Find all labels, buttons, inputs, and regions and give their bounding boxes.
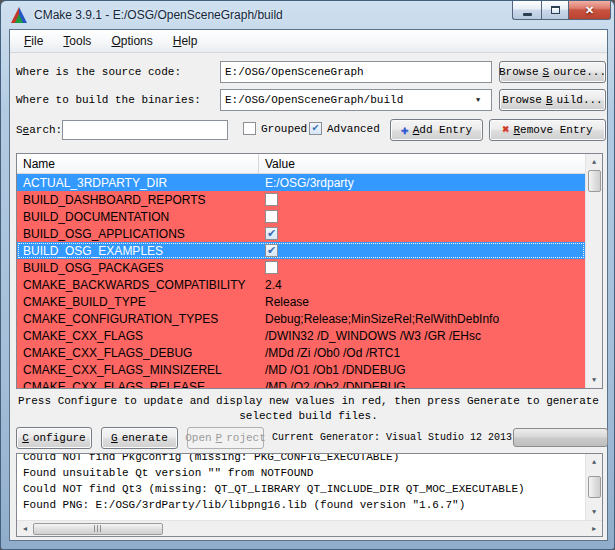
close-icon: ✕: [585, 5, 594, 16]
title-bar[interactable]: CMake 3.9.1 - E:/OSG/OpenSceneGraph/buil…: [1, 1, 614, 29]
table-header[interactable]: Name Value: [17, 154, 585, 174]
table-row[interactable]: CMAKE_CONFIGURATION_TYPESDebug;Release;M…: [17, 310, 585, 327]
table-row[interactable]: ACTUAL_3RDPARTY_DIRE:/OSG/3rdparty: [17, 174, 585, 191]
column-header-name[interactable]: Name: [17, 154, 259, 173]
maximize-icon: [551, 6, 560, 14]
log-text: Could NOT find PkgConfig (missing: PKG_C…: [17, 454, 585, 520]
search-label: Search:: [16, 124, 62, 136]
log-scroll-thumb[interactable]: [588, 476, 601, 498]
log-horizontal-scrollbar[interactable]: ◄ ►: [17, 520, 602, 536]
source-path-input[interactable]: [220, 61, 492, 83]
minimize-icon: [523, 13, 532, 16]
scroll-down-icon[interactable]: ▼: [586, 504, 602, 520]
column-header-value[interactable]: Value: [259, 154, 585, 173]
row-name: CMAKE_BUILD_TYPE: [17, 295, 259, 309]
value-checkbox[interactable]: [265, 261, 278, 274]
configure-button[interactable]: Configure: [16, 427, 92, 449]
row-name: BUILD_OSG_APPLICATIONS: [17, 227, 259, 241]
scroll-up-icon[interactable]: ▲: [586, 454, 602, 470]
value-checkbox[interactable]: [265, 193, 278, 206]
cache-table-body: ACTUAL_3RDPARTY_DIRE:/OSG/3rdpartyBUILD_…: [17, 174, 585, 388]
browse-source-button[interactable]: Browse Source...: [499, 61, 606, 83]
row-value: Release: [259, 295, 585, 309]
add-plus-icon: ✚: [401, 124, 409, 137]
cache-table: Name Value ACTUAL_3RDPARTY_DIRE:/OSG/3rd…: [16, 153, 603, 389]
table-row[interactable]: BUILD_OSG_EXAMPLES✔: [17, 242, 585, 259]
scroll-up-icon[interactable]: ▲: [586, 154, 602, 170]
log-hscroll-thumb[interactable]: [33, 523, 163, 535]
close-button[interactable]: ✕: [569, 1, 611, 20]
table-row[interactable]: CMAKE_BUILD_TYPERelease: [17, 293, 585, 310]
build-binaries-label: Where to build the binaries:: [16, 94, 201, 106]
log-line: Could NOT find Qt3 (missing: QT_QT_LIBRA…: [23, 481, 585, 497]
table-row[interactable]: BUILD_OSG_APPLICATIONS✔: [17, 225, 585, 242]
row-value: [259, 193, 585, 206]
table-scroll-thumb[interactable]: [588, 170, 601, 192]
grouped-checkbox[interactable]: [243, 122, 256, 135]
table-row[interactable]: BUILD_DOCUMENTATION: [17, 208, 585, 225]
row-name: BUILD_OSG_EXAMPLES: [17, 244, 259, 258]
scroll-down-icon[interactable]: ▼: [586, 372, 602, 388]
table-row[interactable]: CMAKE_BACKWARDS_COMPATIBILITY2.4: [17, 276, 585, 293]
maximize-button[interactable]: [541, 1, 569, 20]
row-name: CMAKE_CXX_FLAGS_RELEASE: [17, 380, 259, 389]
menu-item-options[interactable]: Options: [103, 32, 160, 50]
row-value: E:/OSG/3rdparty: [259, 176, 585, 190]
row-value: /DWIN32 /D_WINDOWS /W3 /GR /EHsc: [259, 329, 585, 343]
remove-x-icon: ✖: [502, 124, 509, 136]
row-name: CMAKE_CXX_FLAGS_MINSIZEREL: [17, 363, 259, 377]
log-vertical-scrollbar[interactable]: ▲ ▼: [585, 454, 602, 520]
row-name: CMAKE_BACKWARDS_COMPATIBILITY: [17, 278, 259, 292]
scroll-left-icon[interactable]: ◄: [17, 521, 33, 536]
table-vertical-scrollbar[interactable]: ▲ ▼: [585, 154, 602, 388]
row-name: CMAKE_CXX_FLAGS: [17, 329, 259, 343]
table-row[interactable]: CMAKE_CXX_FLAGS_RELEASE/MD /O2 /Ob2 /DND…: [17, 378, 585, 388]
table-row[interactable]: CMAKE_CXX_FLAGS_DEBUG/MDd /Zi /Ob0 /Od /…: [17, 344, 585, 361]
row-name: BUILD_DOCUMENTATION: [17, 210, 259, 224]
row-name: ACTUAL_3RDPARTY_DIR: [17, 176, 259, 190]
row-name: CMAKE_CXX_FLAGS_DEBUG: [17, 346, 259, 360]
scroll-right-icon[interactable]: ►: [586, 521, 602, 536]
current-generator-text: Current Generator: Visual Studio 12 2013: [272, 432, 512, 443]
log-line: Could NOT find PkgConfig (missing: PKG_C…: [23, 454, 585, 465]
source-code-label: Where is the source code:: [16, 66, 181, 78]
row-value: ✔: [259, 244, 585, 257]
generate-button[interactable]: Generate: [101, 427, 178, 449]
combo-dropdown-icon[interactable]: ▼: [476, 96, 480, 104]
output-log[interactable]: Could NOT find PkgConfig (missing: PKG_C…: [16, 453, 603, 537]
window-title: CMake 3.9.1 - E:/OSG/OpenSceneGraph/buil…: [34, 8, 283, 22]
row-value: [259, 261, 585, 274]
menu-item-file[interactable]: File: [16, 32, 51, 50]
add-entry-button[interactable]: ✚ Add Entry: [390, 119, 483, 141]
row-value: 2.4: [259, 278, 585, 292]
cmake-window: CMake 3.9.1 - E:/OSG/OpenSceneGraph/buil…: [0, 0, 615, 550]
search-input[interactable]: [62, 120, 228, 140]
grouped-label: Grouped: [261, 123, 307, 135]
menu-item-help[interactable]: Help: [165, 32, 206, 50]
cmake-logo-icon: [11, 7, 27, 23]
table-row[interactable]: CMAKE_CXX_FLAGS/DWIN32 /D_WINDOWS /W3 /G…: [17, 327, 585, 344]
progress-bar: [513, 428, 608, 447]
advanced-checkbox[interactable]: ✔: [309, 122, 322, 135]
value-checkbox[interactable]: ✔: [265, 227, 278, 240]
row-name: CMAKE_CONFIGURATION_TYPES: [17, 312, 259, 326]
build-path-combobox[interactable]: [220, 89, 492, 111]
table-row[interactable]: BUILD_DASHBOARD_REPORTS: [17, 191, 585, 208]
help-text: Press Configure to update and display ne…: [10, 394, 607, 424]
row-value: Debug;Release;MinSizeRel;RelWithDebInfo: [259, 312, 585, 326]
advanced-label: Advanced: [327, 123, 380, 135]
minimize-button[interactable]: [512, 1, 541, 20]
open-project-button: Open Project: [187, 427, 264, 449]
menu-bar: FileToolsOptionsHelp: [10, 30, 607, 53]
row-name: BUILD_DASHBOARD_REPORTS: [17, 193, 259, 207]
value-checkbox[interactable]: ✔: [265, 244, 278, 257]
table-row[interactable]: BUILD_OSG_PACKAGES: [17, 259, 585, 276]
menu-item-tools[interactable]: Tools: [55, 32, 99, 50]
value-checkbox[interactable]: [265, 210, 278, 223]
row-value: /MD /O2 /Ob2 /DNDEBUG: [259, 380, 585, 389]
table-row[interactable]: CMAKE_CXX_FLAGS_MINSIZEREL/MD /O1 /Ob1 /…: [17, 361, 585, 378]
remove-entry-button[interactable]: ✖ Remove Entry: [489, 119, 606, 141]
log-line: Found PNG: E:/OSG/3rdParty/lib/libpng16.…: [23, 497, 585, 513]
row-value: ✔: [259, 227, 585, 240]
browse-build-button[interactable]: Browse Build...: [499, 89, 606, 111]
